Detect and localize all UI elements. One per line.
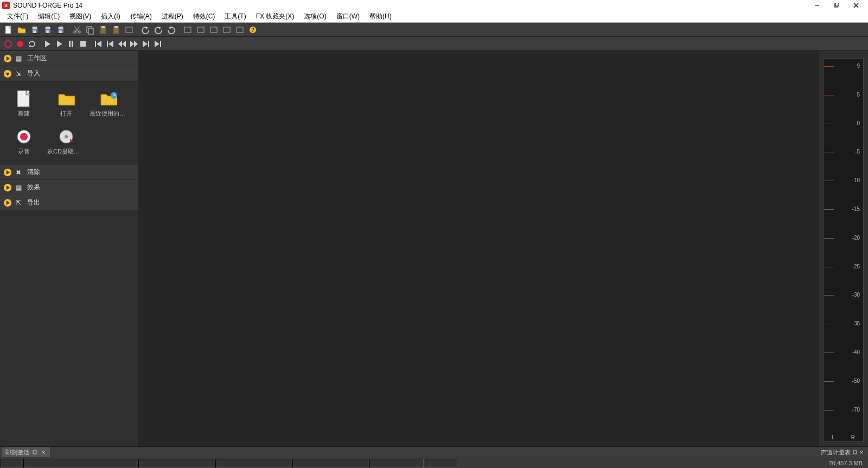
redo-button[interactable] <box>165 24 178 36</box>
menu-item-edit[interactable]: 编辑(E) <box>33 11 65 22</box>
meter-tick: 5 <box>836 92 860 98</box>
status-segment-6 <box>369 459 424 468</box>
rewind-button[interactable] <box>116 39 128 49</box>
rewind-icon <box>117 39 127 49</box>
channel-dock-button[interactable] <box>853 450 857 454</box>
channel-meter-title: 声道计量表 <box>821 448 851 457</box>
plugin-chain-icon <box>222 25 232 35</box>
sidebar: ▦工作区⇲导入新建打开最近使用的文件录音从CD提取音频…✖清除▦效果⇱导出 <box>0 51 139 446</box>
help-q-icon <box>248 25 258 35</box>
menu-item-view[interactable]: 视图(V) <box>65 11 96 22</box>
record-arm-button[interactable] <box>2 39 14 49</box>
meter-tick: -15 <box>836 206 860 212</box>
play-button[interactable] <box>41 39 53 49</box>
tab-dock-button[interactable] <box>31 449 38 456</box>
go-end-button[interactable] <box>152 39 164 49</box>
maximize-button[interactable] <box>827 0 846 11</box>
go-next-button[interactable] <box>140 39 152 49</box>
new-button[interactable] <box>2 24 15 36</box>
play-all-button[interactable] <box>53 39 65 49</box>
tile-label-recent: 最近使用的文件 <box>90 110 127 118</box>
activate-tab[interactable]: 即刻激活 <box>2 447 50 457</box>
panel-header-effects[interactable]: ▦效果 <box>0 180 138 195</box>
tile-new[interactable]: 新建 <box>4 87 43 121</box>
pause-button[interactable] <box>65 39 77 49</box>
meter-tick: -30 <box>836 292 860 298</box>
chevron-right-icon <box>3 198 12 207</box>
event-tool-button[interactable] <box>233 24 246 36</box>
event-tool-icon <box>235 25 245 35</box>
tile-record[interactable]: 录音 <box>4 125 43 159</box>
open-button[interactable] <box>15 24 28 36</box>
go-start-button[interactable] <box>92 39 104 49</box>
repeat-button[interactable] <box>181 24 194 36</box>
meter-tick: -50 <box>836 378 860 384</box>
meter-right-label: R <box>851 434 855 440</box>
trim-button[interactable] <box>123 24 136 36</box>
menu-item-fx_fav[interactable]: FX 收藏夹(X) <box>251 11 299 22</box>
paste-button[interactable] <box>97 24 110 36</box>
cut-button[interactable] <box>71 24 84 36</box>
save-all-icon <box>56 25 66 35</box>
tile-open[interactable]: 打开 <box>47 87 86 121</box>
panel-header-clear[interactable]: ✖清除 <box>0 165 138 180</box>
zoom-sel-button[interactable] <box>194 24 207 36</box>
stop-button[interactable] <box>77 39 89 49</box>
menu-item-insert[interactable]: 插入(I) <box>96 11 125 22</box>
record-ring-icon <box>3 39 13 49</box>
loop-button[interactable] <box>26 39 38 49</box>
tile-extract-cd[interactable]: 从CD提取音频… <box>47 125 86 159</box>
menu-item-transport[interactable]: 传输(A) <box>125 11 157 22</box>
go-prev-button[interactable] <box>104 39 116 49</box>
go-prev-icon <box>105 39 115 49</box>
meter-tick: 9 <box>836 63 860 69</box>
go-start-icon <box>93 39 103 49</box>
help-mode-button[interactable] <box>246 24 259 36</box>
plugin-chain-button[interactable] <box>220 24 233 36</box>
effects-icon: ▦ <box>14 183 23 192</box>
copy-icon <box>85 25 95 35</box>
chevron-right-icon <box>3 54 12 63</box>
menu-item-process[interactable]: 进程(P) <box>157 11 188 22</box>
meter-tick: -70 <box>836 407 860 413</box>
trim-icon <box>124 25 134 35</box>
menu-item-help[interactable]: 帮助(H) <box>365 11 397 22</box>
chevron-right-icon <box>3 168 12 177</box>
channel-close-button[interactable] <box>859 450 864 454</box>
save-button[interactable] <box>28 24 41 36</box>
svg-rect-15 <box>33 451 36 454</box>
close-button[interactable] <box>846 0 866 11</box>
status-segment-2 <box>23 459 137 468</box>
spectrum-button[interactable] <box>207 24 220 36</box>
menu-item-effects[interactable]: 特效(C) <box>188 11 220 22</box>
stop-icon <box>78 39 88 49</box>
panel-header-workspace[interactable]: ▦工作区 <box>0 51 138 66</box>
menu-item-options[interactable]: 选项(O) <box>299 11 331 22</box>
tab-close-button[interactable] <box>40 449 47 456</box>
panel-label-clear: 清除 <box>27 168 40 177</box>
activate-tab-label: 即刻激活 <box>5 448 29 457</box>
status-segment-1 <box>1 459 22 468</box>
menu-item-tools[interactable]: 工具(T) <box>220 11 251 22</box>
menu-item-window[interactable]: 窗口(W) <box>331 11 365 22</box>
panel-header-export[interactable]: ⇱导出 <box>0 195 138 210</box>
undo-button[interactable] <box>139 24 152 36</box>
menu-item-file[interactable]: 文件(F) <box>2 11 33 22</box>
meter-tick: -40 <box>836 349 860 355</box>
paste-mix-icon <box>111 25 121 35</box>
transport-toolbar <box>0 37 868 51</box>
save-all-button[interactable] <box>54 24 67 36</box>
minimize-button[interactable] <box>807 0 827 11</box>
forward-button[interactable] <box>128 39 140 49</box>
undo-all-button[interactable] <box>152 24 165 36</box>
panel-label-workspace: 工作区 <box>27 54 47 63</box>
import-icon: ⇲ <box>14 69 23 78</box>
undo-all-icon <box>154 25 163 35</box>
tile-recent[interactable]: 最近使用的文件 <box>89 87 128 121</box>
paste-mix-button[interactable] <box>110 24 123 36</box>
save-as-button[interactable] <box>41 24 54 36</box>
meter-tick: -25 <box>836 264 860 270</box>
copy-button[interactable] <box>84 24 97 36</box>
panel-header-import[interactable]: ⇲导入 <box>0 66 138 81</box>
record-button[interactable] <box>14 39 26 49</box>
